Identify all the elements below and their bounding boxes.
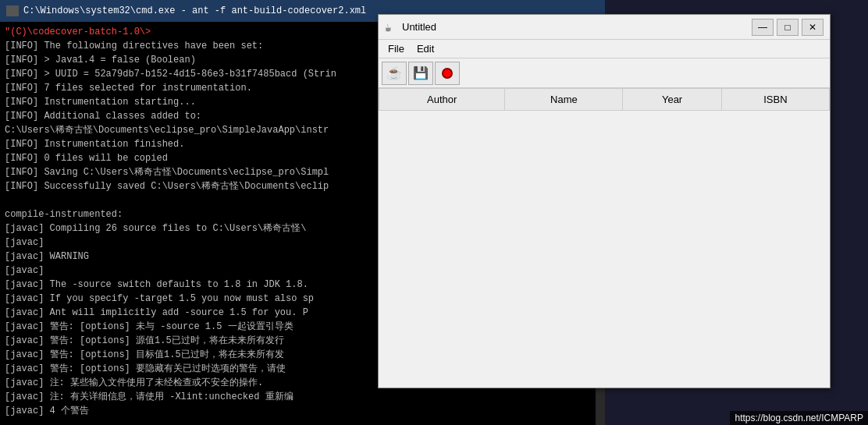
gui-toolbar: ☕ 💾 [379,58,830,88]
restore-button[interactable]: □ [777,19,799,36]
data-table: Author Name Year ISBN [379,88,830,111]
watermark: https://blog.csdn.net/ICMPARP [730,411,868,425]
terminal-line [5,418,600,425]
watermark-text: https://blog.csdn.net/ICMPARP [735,413,863,423]
close-button[interactable]: ✕ [802,19,824,36]
table-header-row: Author Name Year ISBN [379,89,830,111]
minimize-button[interactable]: — [752,19,774,36]
window-controls: — □ ✕ [752,19,824,36]
terminal-line: [javac] 注: 有关详细信息，请使用 -Xlint:unchecked 重… [5,390,600,404]
terminal-title: C:\Windows\system32\cmd.exe - ant -f ant… [23,5,366,16]
terminal-line: [javac] 4 个警告 [5,404,600,418]
col-year: Year [623,89,721,111]
gui-table-area: Author Name Year ISBN [379,88,830,388]
col-isbn: ISBN [721,89,829,111]
window-title: Untitled [402,21,752,33]
toolbar-btn-save[interactable]: 💾 [408,62,433,85]
toolbar-btn-coffee[interactable]: ☕ [382,62,407,85]
menu-file[interactable]: File [382,41,411,56]
col-name: Name [505,89,623,111]
gui-window: ☕ Untitled — □ ✕ File Edit ☕ 💾 Author Na… [378,14,831,388]
menu-edit[interactable]: Edit [411,41,440,56]
gui-menubar: File Edit [379,40,830,58]
gui-titlebar: ☕ Untitled — □ ✕ [379,15,830,40]
col-author: Author [379,89,505,111]
terminal-icon [6,5,19,16]
app-icon: ☕ [385,21,397,34]
toolbar-btn-stop[interactable] [435,62,460,85]
